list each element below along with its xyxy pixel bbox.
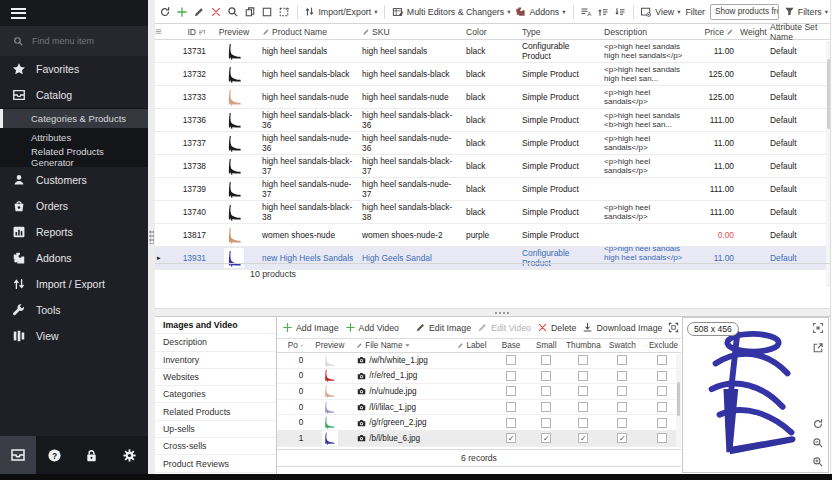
select-range-button[interactable] <box>278 6 290 18</box>
base-checkbox[interactable] <box>506 402 516 412</box>
sidebar-item-favorites[interactable]: Favorites <box>0 56 148 82</box>
images-scrollbar[interactable] <box>676 354 681 446</box>
image-row[interactable]: ▸ 0 /l/i/lilac_1.jpg <box>277 400 681 416</box>
delete-image-button[interactable]: Delete <box>537 322 576 333</box>
sidebar-item-tools[interactable]: Tools <box>0 297 148 323</box>
thumbnail-checkbox[interactable] <box>578 418 588 428</box>
add-image-button[interactable]: Add Image <box>282 322 339 333</box>
help-icon[interactable]: ? <box>47 448 62 463</box>
thumbnail-checkbox[interactable] <box>578 371 588 381</box>
column-header-id[interactable]: ID <box>165 27 209 37</box>
thumbnail-checkbox[interactable] <box>578 402 588 412</box>
tab-product-reviews[interactable]: Product Reviews <box>155 455 276 472</box>
column-header-exclude[interactable]: Exclude <box>642 341 681 350</box>
filters-menu[interactable]: Filters▾ <box>784 6 828 17</box>
image-row[interactable]: ▸ 0 /g/r/green_2.jpg <box>277 415 681 431</box>
panel-splitter-horizontal[interactable] <box>155 308 832 317</box>
sidebar-item-related-products-generator[interactable]: Related Products Generator <box>0 147 148 166</box>
sidebar-item-attributes[interactable]: Attributes <box>0 128 148 147</box>
duplicate-button[interactable] <box>244 6 256 18</box>
rotate-icon[interactable] <box>812 418 824 430</box>
product-row[interactable]: ▸ 13740 high heel sandals-black-38 high … <box>155 201 832 224</box>
fullscreen-icon[interactable] <box>812 322 824 334</box>
column-header-description[interactable]: Description <box>601 27 693 37</box>
product-row[interactable]: ▸ 13731 high heel sandals high heel sand… <box>155 40 832 63</box>
tab-inventory[interactable]: Inventory <box>155 352 276 369</box>
column-header-price[interactable]: Price <box>693 27 737 37</box>
edit-image-button[interactable]: Edit Image <box>415 322 471 333</box>
exclude-checkbox[interactable] <box>657 402 667 412</box>
multi-editors-menu[interactable]: Multi Editors & Changers▾ <box>392 6 511 18</box>
sidebar-item-reports[interactable]: Reports <box>0 219 148 245</box>
swatch-checkbox[interactable] <box>617 355 627 365</box>
preview-search-button[interactable] <box>227 6 239 18</box>
open-external-icon[interactable] <box>812 342 824 354</box>
download-image-button[interactable]: Download Image <box>582 322 662 333</box>
image-row[interactable]: ▸ 0 /w/h/white_1.jpg <box>277 353 681 369</box>
product-row[interactable]: ▸ 13738 high heel sandals-black-37 high … <box>155 155 832 178</box>
sidebar-item-catalog[interactable]: Catalog <box>0 82 148 108</box>
column-header-sku[interactable]: SKU <box>359 27 463 37</box>
exclude-checkbox[interactable] <box>657 371 667 381</box>
small-checkbox[interactable] <box>541 402 551 412</box>
small-checkbox[interactable] <box>541 355 551 365</box>
expand-rows-button[interactable] <box>597 6 609 18</box>
sidebar-item-view[interactable]: View <box>0 323 148 349</box>
scrollbar-thumb[interactable] <box>677 382 680 416</box>
hamburger-menu-icon[interactable] <box>11 8 26 19</box>
thumbnail-checkbox[interactable] <box>578 386 588 396</box>
store-drawer-icon[interactable] <box>0 436 36 474</box>
view-menu[interactable]: View▾ <box>640 6 680 18</box>
product-row[interactable]: ▸ 13733 high heel sandals-nude high heel… <box>155 86 832 109</box>
exclude-checkbox[interactable] <box>657 433 667 443</box>
category-filter-select[interactable]: Show products from selected categories▾ <box>710 4 779 20</box>
product-row[interactable]: ▸ 13739 high heel sandals-nude-37 high h… <box>155 178 832 201</box>
zoom-out-icon[interactable] <box>812 437 824 449</box>
product-row[interactable]: ▸ 13737 high heel sandals-nude-36 high h… <box>155 132 832 155</box>
sidebar-item-categories-products[interactable]: Categories & Products <box>0 109 148 128</box>
swatch-checkbox[interactable]: ✓ <box>617 433 627 443</box>
column-header-product-name[interactable]: Product Name <box>259 27 359 37</box>
sidebar-search-input[interactable]: Find menu item <box>0 26 148 56</box>
column-header-preview[interactable]: Preview <box>209 27 259 37</box>
sidebar-item-import-export[interactable]: Import / Export <box>0 271 148 297</box>
product-row[interactable]: ▸ 13736 high heel sandals-black-36 high … <box>155 109 832 132</box>
edit-video-button[interactable]: Edit Video <box>477 322 531 333</box>
addons-menu[interactable]: Addons▾ <box>515 6 565 17</box>
exclude-checkbox[interactable] <box>657 386 667 396</box>
small-checkbox[interactable]: ✓ <box>541 433 551 443</box>
swatch-checkbox[interactable] <box>617 402 627 412</box>
tab-up-sells[interactable]: Up-sells <box>155 421 276 438</box>
swatch-checkbox[interactable] <box>617 371 627 381</box>
sidebar-item-orders[interactable]: Orders <box>0 193 148 219</box>
base-checkbox[interactable] <box>506 418 516 428</box>
checkbox-toggle-button[interactable] <box>261 6 273 18</box>
lock-icon[interactable] <box>84 448 99 463</box>
column-header-swatch[interactable]: Swatch <box>603 341 642 350</box>
column-header-weight[interactable]: Weight <box>737 27 767 37</box>
tab-description[interactable]: Description <box>155 334 276 351</box>
font-size-button[interactable]: A <box>580 6 592 18</box>
tab-websites[interactable]: Websites <box>155 369 276 386</box>
image-row[interactable]: ▸ 0 /n/u/nude.jpg <box>277 384 681 400</box>
add-product-button[interactable] <box>176 6 188 18</box>
set-resize-rule-button[interactable]: Set Resize Rule <box>668 322 681 333</box>
column-header-position[interactable]: Po <box>285 341 307 350</box>
delete-product-button[interactable] <box>210 6 222 18</box>
small-checkbox[interactable] <box>541 418 551 428</box>
column-header-type[interactable]: Type <box>519 27 601 37</box>
column-header-base[interactable]: Base <box>494 341 529 350</box>
column-header-thumbnail[interactable]: Thumbna <box>564 341 603 350</box>
panel-splitter-vertical[interactable] <box>148 0 155 474</box>
small-checkbox[interactable] <box>541 371 551 381</box>
thumbnail-checkbox[interactable]: ✓ <box>578 433 588 443</box>
base-checkbox[interactable] <box>506 355 516 365</box>
zoom-in-icon[interactable] <box>812 456 824 468</box>
tab-cross-sells[interactable]: Cross-sells <box>155 438 276 455</box>
edit-product-button[interactable] <box>193 6 205 18</box>
tab-categories[interactable]: Categories <box>155 386 276 403</box>
collapse-rows-button[interactable] <box>614 6 626 18</box>
column-header-preview[interactable]: Preview <box>306 341 353 350</box>
image-row[interactable]: ▸ 0 /r/e/red_1.jpg <box>277 369 681 385</box>
base-checkbox[interactable] <box>506 371 516 381</box>
